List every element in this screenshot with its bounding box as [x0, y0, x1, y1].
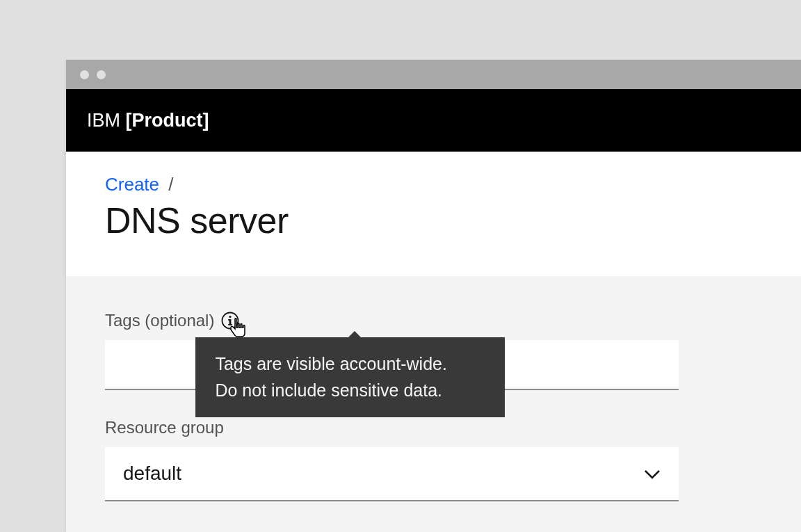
- breadcrumb: Create /: [105, 174, 801, 195]
- tags-label-row: Tags (optional): [105, 311, 762, 330]
- breadcrumb-separator: /: [168, 174, 173, 195]
- app-header: IBM [Product]: [66, 89, 801, 152]
- svg-rect-3: [229, 319, 231, 321]
- brand-prefix: IBM: [87, 110, 120, 131]
- resource-group-field-group: Resource group default: [105, 418, 762, 501]
- page-header: Create / DNS server: [66, 152, 801, 276]
- resource-group-select-wrapper: default: [105, 447, 679, 501]
- brand-product: [Product]: [126, 110, 209, 131]
- app-window: IBM [Product] Create / DNS server Tags (…: [66, 60, 801, 532]
- tags-tooltip: Tags are visible account-wide. Do not in…: [195, 337, 505, 417]
- window-control-dot[interactable]: [80, 70, 89, 79]
- svg-rect-4: [229, 324, 233, 325]
- tooltip-line1: Tags are visible account-wide.: [215, 351, 485, 378]
- tooltip-line2: Do not include sensitive data.: [215, 378, 485, 404]
- tags-field-group: Tags (optional): [105, 311, 762, 390]
- breadcrumb-link-create[interactable]: Create: [105, 174, 159, 195]
- svg-point-1: [229, 316, 232, 318]
- info-icon[interactable]: [221, 312, 239, 330]
- resource-group-selected-value: default: [123, 462, 181, 485]
- window-control-dot[interactable]: [97, 70, 106, 79]
- brand-label: IBM [Product]: [87, 110, 209, 131]
- tags-info-wrapper: Tags are visible account-wide. Do not in…: [221, 312, 239, 330]
- page-title: DNS server: [105, 200, 801, 241]
- form-section: Tags (optional): [66, 276, 801, 532]
- tags-label: Tags (optional): [105, 311, 214, 330]
- resource-group-label-row: Resource group: [105, 418, 762, 437]
- window-title-bar: [66, 60, 801, 89]
- resource-group-select[interactable]: default: [105, 447, 679, 501]
- resource-group-label: Resource group: [105, 418, 224, 437]
